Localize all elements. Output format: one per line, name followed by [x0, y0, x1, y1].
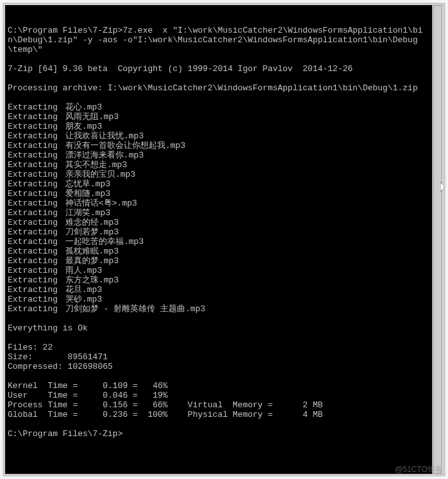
prompt-text: C:\Program Files\7-Zip>	[8, 26, 122, 35]
global-time: Global Time = 0.236 = 100% Physical Memo…	[8, 410, 322, 419]
extract-label: Extracting	[8, 227, 65, 237]
extract-filename: 江湖笑.mp3	[65, 208, 110, 218]
extract-label: Extracting	[8, 179, 65, 189]
extract-row: Extracting风雨无阻.mp3	[8, 112, 427, 122]
extract-label: Extracting	[8, 112, 65, 122]
extract-label: Extracting	[8, 189, 65, 199]
extract-filename: 爱相随.mp3	[65, 189, 110, 199]
extract-row: Extracting哭砂.mp3	[8, 295, 427, 304]
extract-filename: 漂洋过海来看你.mp3	[65, 150, 144, 160]
extract-row: Extracting让我欢喜让我忧.mp3	[8, 131, 427, 141]
extract-label: Extracting	[8, 218, 65, 227]
end-prompt: C:\Program Files\7-Zip>	[8, 429, 122, 439]
scrollbar-vertical[interactable]	[432, 5, 443, 474]
extract-filename: 哭砂.mp3	[65, 295, 102, 304]
extract-row: Extracting朋友.mp3	[8, 122, 427, 131]
extract-filename: 最真的梦.mp3	[65, 256, 119, 266]
extract-label: Extracting	[8, 170, 65, 179]
extract-row: Extracting雨人.mp3	[8, 266, 427, 275]
extract-list: Extracting花心.mp3Extracting风雨无阻.mp3Extrac…	[8, 102, 427, 314]
extract-row: Extracting江湖笑.mp3	[8, 208, 427, 218]
extract-row: Extracting花心.mp3	[8, 102, 427, 112]
extract-filename: 忘忧草.mp3	[65, 179, 110, 189]
extract-label: Extracting	[8, 199, 65, 208]
extract-filename: 刀剑若梦.mp3	[65, 227, 119, 237]
kernel-time: Kernel Time = 0.109 = 46%	[8, 381, 168, 391]
console-content: C:\Program Files\7-Zip>7z.exe x "I:\work…	[8, 26, 427, 439]
extract-filename: 让我欢喜让我忧.mp3	[65, 131, 144, 141]
extract-filename: 花旦.mp3	[65, 285, 102, 295]
extract-label: Extracting	[8, 122, 65, 131]
extract-label: Extracting	[8, 285, 65, 295]
extract-label: Extracting	[8, 256, 65, 266]
extract-row: Extracting孤枕难眠.mp3	[8, 247, 427, 256]
user-time: User Time = 0.046 = 19%	[8, 391, 168, 400]
extract-label: Extracting	[8, 160, 65, 170]
extract-filename: 一起吃苦的幸福.mp3	[65, 237, 144, 247]
files-count: Files: 22	[8, 343, 53, 352]
extract-row: Extracting花旦.mp3	[8, 285, 427, 295]
extract-label: Extracting	[8, 275, 65, 285]
extract-label: Extracting	[8, 208, 65, 218]
extract-filename: 刀剑如梦 - 射雕英雄传 主题曲.mp3	[65, 304, 205, 314]
extract-filename: 朋友.mp3	[65, 122, 102, 131]
extract-row: Extracting爱相随.mp3	[8, 189, 427, 199]
result-line: Everything is Ok	[8, 323, 88, 333]
extract-row: Extracting刀剑如梦 - 射雕英雄传 主题曲.mp3	[8, 304, 427, 314]
console-output[interactable]: C:\Program Files\7-Zip>7z.exe x "I:\work…	[5, 5, 443, 474]
extract-row: Extracting一起吃苦的幸福.mp3	[8, 237, 427, 247]
extract-row: Extracting刀剑若梦.mp3	[8, 227, 427, 237]
extract-label: Extracting	[8, 266, 65, 275]
extract-filename: 风雨无阻.mp3	[65, 112, 119, 122]
extract-row: Extracting亲亲我的宝贝.mp3	[8, 170, 427, 179]
extract-row: Extracting最真的梦.mp3	[8, 256, 427, 266]
extract-filename: 孤枕难眠.mp3	[65, 247, 119, 256]
extract-filename: 其实不想走.mp3	[65, 160, 127, 170]
version-line: 7-Zip [64] 9.36 beta Copyright (c) 1999-…	[8, 64, 353, 74]
extract-row: Extracting忘忧草.mp3	[8, 179, 427, 189]
extract-row: Extracting难念的经.mp3	[8, 218, 427, 227]
extract-row: Extracting有没有一首歌会让你想起我.mp3	[8, 141, 427, 150]
extract-label: Extracting	[8, 237, 65, 247]
extract-label: Extracting	[8, 304, 65, 314]
processing-line: Processing archive: I:\work\MusicCatcher…	[8, 83, 418, 93]
extract-filename: 花心.mp3	[65, 102, 102, 112]
compressed-line: Compressed: 102698065	[8, 362, 113, 371]
extract-label: Extracting	[8, 131, 65, 141]
extract-row: Extracting漂洋过海来看你.mp3	[8, 150, 427, 160]
scrollbar-thumb[interactable]	[433, 5, 442, 474]
extract-label: Extracting	[8, 295, 65, 304]
window-frame: C:\Program Files\7-Zip>7z.exe x "I:\work…	[3, 3, 445, 476]
extract-label: Extracting	[8, 150, 65, 160]
size-line: Size: 89561471	[8, 352, 108, 362]
extract-filename: 亲亲我的宝贝.mp3	[65, 170, 135, 179]
extract-filename: 东方之珠.mp3	[65, 275, 119, 285]
extract-row: Extracting其实不想走.mp3	[8, 160, 427, 170]
extract-label: Extracting	[8, 102, 65, 112]
extract-label: Extracting	[8, 247, 65, 256]
extract-filename: 神话情话<粤>.mp3	[65, 199, 137, 208]
extract-label: Extracting	[8, 141, 65, 150]
extract-filename: 有没有一首歌会让你想起我.mp3	[65, 141, 185, 150]
process-time: Process Time = 0.156 = 66% Virtual Memor…	[8, 400, 322, 410]
extract-row: Extracting东方之珠.mp3	[8, 275, 427, 285]
extract-row: Extracting神话情话<粤>.mp3	[8, 199, 427, 208]
watermark-text: @51CTO博客	[395, 464, 443, 475]
extract-filename: 雨人.mp3	[65, 266, 102, 275]
extract-filename: 难念的经.mp3	[65, 218, 119, 227]
